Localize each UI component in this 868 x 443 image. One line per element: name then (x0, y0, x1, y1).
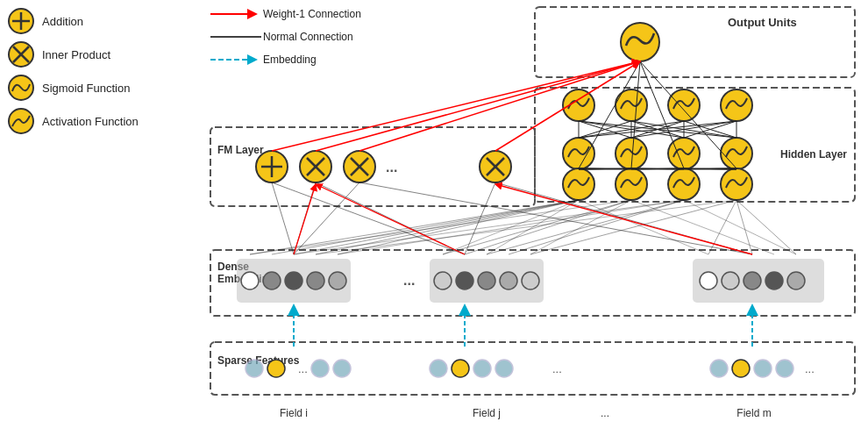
field-j-label: Field j (473, 407, 501, 419)
svg-point-45 (710, 360, 728, 377)
svg-line-109 (316, 200, 736, 254)
svg-point-39 (333, 360, 351, 377)
svg-point-73 (721, 138, 752, 169)
svg-text:...: ... (386, 160, 397, 175)
svg-point-26 (478, 272, 495, 289)
svg-point-76 (668, 168, 700, 200)
svg-point-40 (430, 360, 447, 377)
svg-point-47 (754, 360, 772, 377)
fm-layer-label: FM Layer (217, 144, 264, 156)
svg-point-19 (241, 272, 259, 289)
svg-line-106 (684, 200, 796, 254)
svg-line-103 (530, 200, 631, 254)
output-units-label: Output Units (728, 16, 797, 29)
svg-line-148 (359, 61, 640, 151)
svg-point-66 (563, 89, 594, 121)
svg-point-67 (615, 89, 647, 121)
svg-point-41 (452, 360, 469, 377)
svg-point-36 (267, 360, 285, 377)
svg-line-87 (250, 200, 579, 254)
svg-point-48 (776, 360, 793, 377)
svg-point-27 (500, 272, 517, 289)
svg-text:...: ... (403, 273, 415, 288)
svg-line-151 (316, 184, 465, 254)
hidden-layer-label: Hidden Layer (780, 148, 847, 161)
field-i-label: Field i (280, 407, 308, 419)
svg-point-70 (563, 138, 594, 169)
svg-point-20 (263, 272, 281, 289)
svg-text:...: ... (805, 362, 815, 375)
svg-point-75 (615, 168, 647, 200)
svg-point-30 (700, 272, 717, 289)
svg-point-46 (732, 360, 750, 377)
svg-text:...: ... (552, 362, 562, 375)
svg-line-98 (736, 200, 752, 254)
main-container: Addition Inner Product Sigmoid Function … (0, 0, 868, 443)
field-dots-label: ... (601, 407, 609, 419)
svg-point-22 (307, 272, 324, 289)
diagram-svg: Output Units Hidden Layer FM Layer Dense… (0, 0, 868, 443)
svg-line-79 (272, 182, 294, 254)
svg-point-28 (522, 272, 539, 289)
svg-point-32 (743, 272, 761, 289)
svg-point-77 (721, 168, 752, 200)
svg-point-25 (456, 272, 473, 289)
svg-line-102 (443, 200, 579, 254)
svg-text:...: ... (298, 362, 308, 375)
svg-line-99 (736, 200, 796, 254)
svg-point-42 (473, 360, 491, 377)
svg-rect-11 (535, 7, 855, 77)
svg-point-31 (722, 272, 739, 289)
svg-point-69 (721, 89, 752, 121)
field-m-label: Field m (736, 407, 771, 419)
svg-point-35 (245, 360, 263, 377)
svg-line-104 (579, 200, 708, 254)
svg-point-21 (285, 272, 302, 289)
svg-line-100 (250, 200, 631, 254)
svg-point-38 (311, 360, 329, 377)
svg-point-33 (765, 272, 783, 289)
svg-point-74 (563, 168, 594, 200)
svg-point-23 (329, 272, 346, 289)
svg-line-91 (338, 200, 579, 254)
svg-point-24 (434, 272, 452, 289)
svg-point-43 (495, 360, 513, 377)
svg-point-34 (787, 272, 805, 289)
svg-point-68 (668, 89, 700, 121)
